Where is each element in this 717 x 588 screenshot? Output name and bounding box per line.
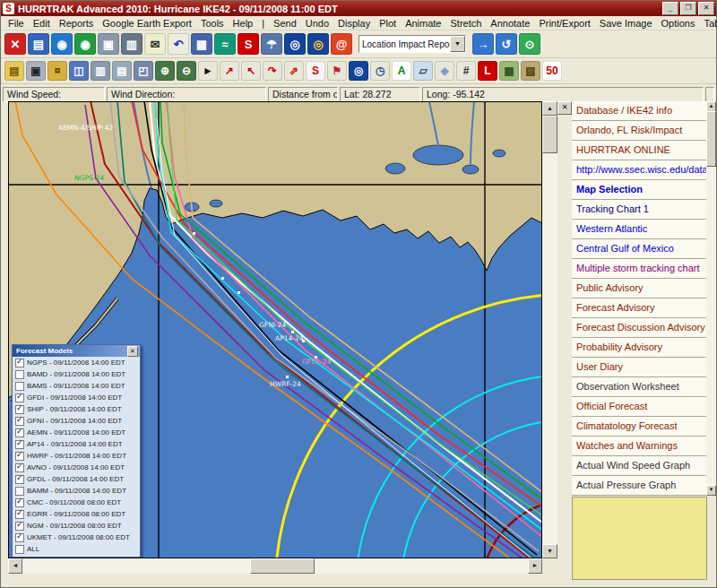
- model-checkbox[interactable]: [15, 382, 24, 391]
- sidebar-item[interactable]: Probability Advisory: [572, 338, 706, 358]
- model-row[interactable]: AEMN - 09/11/2008 14:00 EDT: [13, 427, 140, 438]
- model-row[interactable]: BAMS - 09/11/2008 14:00 EDT: [13, 380, 140, 392]
- undo-icon[interactable]: ↶: [168, 33, 189, 55]
- plot-icon[interactable]: ≈: [214, 33, 236, 55]
- speed-50-icon[interactable]: 50: [542, 61, 562, 81]
- export-doc-icon[interactable]: ▥: [121, 33, 143, 55]
- globe-refresh-icon[interactable]: ↺: [496, 33, 517, 55]
- model-row[interactable]: HWRF - 09/11/2008 14:00 EDT: [13, 450, 140, 462]
- model-row[interactable]: EGRR - 09/11/2008 08:00 EDT: [13, 508, 140, 520]
- track-ne-icon[interactable]: ↗: [220, 61, 239, 81]
- menu-item[interactable]: Help: [229, 18, 258, 29]
- menu-item[interactable]: File: [4, 18, 29, 29]
- globe-next-icon[interactable]: →: [472, 33, 494, 55]
- model-row[interactable]: ALL: [13, 543, 140, 555]
- sidebar-item[interactable]: Map Selection: [572, 180, 706, 200]
- menu-item[interactable]: Send: [269, 18, 301, 29]
- swirl-icon[interactable]: @: [331, 33, 352, 55]
- sidebar-item[interactable]: HURRTRAK ONLINE: [572, 141, 706, 160]
- model-checkbox[interactable]: [15, 417, 24, 426]
- model-checkbox[interactable]: [15, 370, 24, 379]
- sidebar-scroll-down-icon[interactable]: ▼: [706, 485, 716, 496]
- hash-icon[interactable]: #: [456, 61, 476, 81]
- model-checkbox[interactable]: [15, 440, 24, 449]
- globe-search-icon[interactable]: ⊙: [519, 33, 540, 55]
- zoom-window-icon[interactable]: ◰: [134, 61, 153, 81]
- menu-item[interactable]: Options: [657, 18, 700, 29]
- model-checkbox[interactable]: [15, 359, 24, 368]
- minimize-button[interactable]: _: [662, 2, 678, 15]
- model-checkbox[interactable]: [15, 498, 24, 507]
- model-row[interactable]: CMC - 09/11/2008 08:00 EDT: [13, 497, 140, 508]
- sidebar-item[interactable]: Official Forecast: [572, 397, 706, 417]
- map-us-icon[interactable]: ▦: [499, 61, 519, 81]
- sidebar-item[interactable]: Forecast Discussion Advisory: [572, 318, 706, 338]
- scroll-right-icon[interactable]: ►: [528, 558, 542, 574]
- menu-item[interactable]: Save Image: [595, 18, 657, 29]
- copy-icon[interactable]: ▥: [91, 61, 110, 81]
- close-button[interactable]: ✕: [698, 2, 714, 15]
- model-checkbox[interactable]: [15, 463, 24, 472]
- menu-item[interactable]: Plot: [375, 18, 401, 29]
- diamond-icon[interactable]: ◆: [435, 61, 454, 81]
- menu-item[interactable]: Edit: [29, 18, 55, 29]
- sidebar-item[interactable]: Multiple storm tracking chart: [572, 259, 706, 279]
- scroll-up-icon[interactable]: ▲: [542, 101, 557, 116]
- sidebar-scrollbar[interactable]: ▲ ▼: [706, 101, 716, 496]
- sidebar-item[interactable]: Observation Worksheet: [572, 377, 706, 397]
- google-earth-export-icon[interactable]: ◉: [74, 33, 96, 55]
- model-row[interactable]: NGPS - 09/11/2008 14:00 EDT: [13, 357, 140, 368]
- flag-icon[interactable]: ⚑: [327, 61, 347, 81]
- combo-dropdown-icon[interactable]: ▼: [450, 36, 465, 52]
- model-row[interactable]: GFDL - 09/11/2008 14:00 EDT: [13, 473, 140, 485]
- sidebar-item[interactable]: Actual Wind Speed Graph: [572, 456, 706, 476]
- model-checkbox[interactable]: [15, 475, 24, 484]
- globe-icon[interactable]: ◎: [349, 61, 368, 81]
- model-row[interactable]: BAMM - 09/11/2008 14:00 EDT: [13, 485, 140, 497]
- annotate-a-icon[interactable]: A: [392, 61, 411, 81]
- save-icon[interactable]: ◫: [69, 61, 89, 81]
- cyclone-icon[interactable]: S: [306, 61, 325, 81]
- model-checkbox[interactable]: [15, 533, 24, 542]
- sidebar-item[interactable]: Climatatology Forecast: [572, 417, 706, 437]
- map-vertical-scrollbar[interactable]: ▲ ▼: [542, 101, 557, 558]
- sidebar-item[interactable]: Tracking Chart 1: [572, 200, 706, 220]
- sidebar-item[interactable]: Database / IKE42 info: [572, 101, 706, 121]
- sidebar-item[interactable]: http://www.ssec.wisc.edu/data/g8/lat: [572, 160, 706, 180]
- ruler-icon[interactable]: ▱: [413, 61, 433, 81]
- zoom-out-icon[interactable]: ⊖: [177, 61, 196, 81]
- model-checkbox[interactable]: [15, 487, 24, 496]
- zoom-in-icon[interactable]: ⊕: [155, 61, 175, 81]
- model-row[interactable]: AP14 - 09/11/2008 14:00 EDT: [13, 438, 140, 450]
- location-impact-report-select[interactable]: Location Impact Report ▼: [358, 35, 466, 53]
- model-row[interactable]: SHIP - 09/11/2008 14:00 EDT: [13, 403, 140, 415]
- model-row[interactable]: UKMET - 09/11/2008 08:00 EDT: [13, 532, 140, 543]
- close-red-icon[interactable]: ✕: [4, 33, 26, 55]
- menu-item[interactable]: Display: [333, 18, 375, 29]
- rain-icon[interactable]: ☂: [261, 33, 282, 55]
- sidebar-item[interactable]: Orlando, FL Risk/Impact: [572, 121, 706, 141]
- menu-item[interactable]: Animate: [401, 18, 445, 29]
- scroll-down-icon[interactable]: ▼: [542, 544, 557, 558]
- print-icon[interactable]: ▣: [26, 61, 46, 81]
- sidebar-item[interactable]: User Diary: [572, 358, 706, 377]
- model-row[interactable]: AVNO - 09/11/2008 14:00 EDT: [13, 462, 140, 473]
- scroll-left-icon[interactable]: ◄: [8, 558, 22, 574]
- print-report-icon[interactable]: ▣: [98, 33, 119, 55]
- landfall-l-icon[interactable]: L: [478, 61, 497, 81]
- track-curve-icon[interactable]: ↷: [263, 61, 282, 81]
- map-region-icon[interactable]: ▧: [521, 61, 540, 81]
- globe-west-icon[interactable]: ◎: [284, 33, 306, 55]
- menu-item[interactable]: |: [257, 18, 269, 29]
- sidebar-item[interactable]: Forecast Advisory: [572, 298, 706, 318]
- display-map-icon[interactable]: ▦: [191, 33, 212, 55]
- sidebar-item[interactable]: Actual Pressure Graph: [572, 476, 706, 496]
- horizontal-scroll-thumb[interactable]: [250, 558, 315, 574]
- track-up-icon[interactable]: ⇗: [284, 61, 304, 81]
- maximize-button[interactable]: ❐: [680, 2, 696, 15]
- model-checkbox[interactable]: [15, 452, 24, 461]
- menu-item[interactable]: Annotate: [486, 18, 534, 29]
- menu-item[interactable]: Reports: [55, 18, 99, 29]
- model-row[interactable]: BAMD - 09/11/2008 14:00 EDT: [13, 368, 140, 380]
- hurricane-s-icon[interactable]: S: [238, 33, 259, 55]
